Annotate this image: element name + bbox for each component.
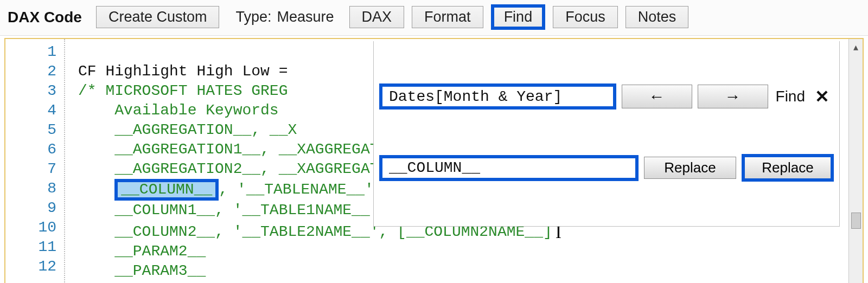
find-input[interactable] — [379, 83, 616, 110]
find-label: Find — [776, 87, 805, 106]
line-number: 6 — [5, 140, 56, 159]
find-replace-panel: ← → Find ✕ Replace Replace — [373, 41, 840, 227]
find-button[interactable]: Find — [491, 4, 546, 30]
dax-button[interactable]: DAX — [349, 6, 405, 28]
notes-button[interactable]: Notes — [626, 6, 689, 28]
line-number: 8 — [5, 179, 56, 198]
code-line: /* MICROSOFT HATES GREG — [78, 82, 288, 99]
scroll-thumb[interactable] — [851, 213, 861, 229]
find-row: ← → Find ✕ — [379, 83, 834, 110]
search-match-selected: __COLUMN__ — [114, 179, 219, 201]
toolbar: DAX Code Create Custom Type: Measure DAX… — [0, 0, 868, 36]
scroll-up-icon[interactable]: ▴ — [853, 39, 858, 55]
replace-all-button[interactable]: Replace — [742, 154, 834, 182]
line-number: 1 — [5, 42, 56, 62]
code-line: __AGGREGATION__, __X — [78, 121, 297, 138]
line-number: 12 — [5, 257, 56, 276]
code-text — [78, 181, 114, 198]
format-button[interactable]: Format — [412, 6, 483, 28]
code-line: Available Keywords — [78, 102, 279, 119]
line-number: 3 — [5, 81, 56, 101]
line-number: 7 — [5, 159, 56, 179]
line-number: 11 — [5, 237, 56, 257]
line-gutter: 1 2 3 4 5 6 7 8 9 10 11 12 — [5, 39, 65, 283]
app-root: DAX Code Create Custom Type: Measure DAX… — [0, 0, 868, 283]
replace-button[interactable]: Replace — [644, 157, 736, 179]
find-next-button[interactable]: → — [698, 85, 768, 108]
line-number: 5 — [5, 120, 56, 140]
replace-row: Replace Replace — [379, 154, 834, 182]
code-line: __PARAM2__ — [78, 243, 206, 260]
replace-input[interactable] — [379, 155, 639, 181]
create-custom-button[interactable]: Create Custom — [96, 6, 220, 28]
type-label: Type: — [235, 9, 271, 25]
line-number: 9 — [5, 198, 56, 218]
code-area[interactable]: CF Highlight High Low = /* MICROSOFT HAT… — [65, 39, 848, 283]
line-number: 10 — [5, 218, 56, 237]
close-icon[interactable]: ✕ — [810, 87, 834, 106]
code-line: __PARAM3__ — [78, 262, 206, 279]
line-number: 2 — [5, 62, 56, 81]
panel-title: DAX Code — [8, 9, 82, 26]
line-number: 4 — [5, 101, 56, 120]
type-value: Measure — [277, 9, 334, 25]
find-prev-button[interactable]: ← — [622, 85, 692, 108]
editor: 1 2 3 4 5 6 7 8 9 10 11 12 CF Highlight … — [4, 38, 864, 283]
code-line: CF Highlight High Low = — [78, 63, 288, 80]
vertical-scrollbar[interactable]: ▴ ▾ — [848, 39, 863, 283]
focus-button[interactable]: Focus — [553, 6, 618, 28]
